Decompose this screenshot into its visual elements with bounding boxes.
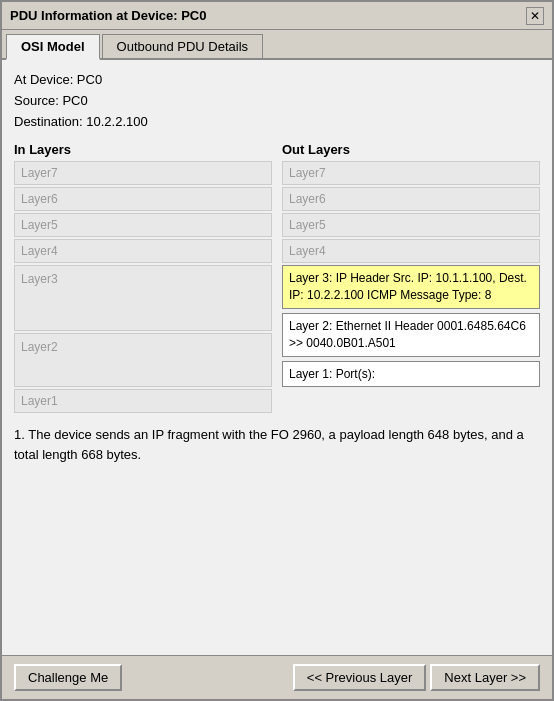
in-layer1: Layer1 (14, 389, 272, 413)
title-bar: PDU Information at Device: PC0 ✕ (2, 2, 552, 30)
close-button[interactable]: ✕ (526, 7, 544, 25)
out-layer4: Layer4 (282, 239, 540, 263)
in-layer4: Layer4 (14, 239, 272, 263)
source-label: Source: PC0 (14, 91, 540, 112)
navigation-buttons: << Previous Layer Next Layer >> (293, 664, 540, 691)
out-layer1[interactable]: Layer 1: Port(s): (282, 361, 540, 388)
next-layer-button[interactable]: Next Layer >> (430, 664, 540, 691)
out-layers-column: Out Layers Layer7 Layer6 Layer5 Layer4 L… (282, 142, 540, 413)
device-info: At Device: PC0 Source: PC0 Destination: … (14, 70, 540, 132)
previous-layer-button[interactable]: << Previous Layer (293, 664, 427, 691)
destination-label: Destination: 10.2.2.100 (14, 112, 540, 133)
in-layer7: Layer7 (14, 161, 272, 185)
tab-bar: OSI Model Outbound PDU Details (2, 30, 552, 60)
at-device-label: At Device: PC0 (14, 70, 540, 91)
main-content: At Device: PC0 Source: PC0 Destination: … (2, 60, 552, 655)
out-layers-header: Out Layers (282, 142, 540, 157)
main-window: PDU Information at Device: PC0 ✕ OSI Mod… (0, 0, 554, 701)
in-layer6: Layer6 (14, 187, 272, 211)
in-layer5: Layer5 (14, 213, 272, 237)
window-title: PDU Information at Device: PC0 (10, 8, 207, 23)
description-text: 1. The device sends an IP fragment with … (14, 425, 540, 464)
challenge-me-button[interactable]: Challenge Me (14, 664, 122, 691)
footer: Challenge Me << Previous Layer Next Laye… (2, 655, 552, 699)
in-layer3: Layer3 (14, 265, 272, 331)
in-layers-area: Layer7 Layer6 Layer5 Layer4 Layer3 Layer… (14, 161, 272, 413)
tab-osi-model[interactable]: OSI Model (6, 34, 100, 60)
out-layer5: Layer5 (282, 213, 540, 237)
out-layer7: Layer7 (282, 161, 540, 185)
out-layer3[interactable]: Layer 3: IP Header Src. IP: 10.1.1.100, … (282, 265, 540, 309)
tab-outbound-pdu[interactable]: Outbound PDU Details (102, 34, 264, 58)
in-layers-header: In Layers (14, 142, 272, 157)
out-layer2[interactable]: Layer 2: Ethernet II Header 0001.6485.64… (282, 313, 540, 357)
in-layer2: Layer2 (14, 333, 272, 387)
layers-section: In Layers Layer7 Layer6 Layer5 Layer4 La… (14, 142, 540, 413)
out-layers-area: Layer7 Layer6 Layer5 Layer4 Layer 3: IP … (282, 161, 540, 389)
out-layer6: Layer6 (282, 187, 540, 211)
in-layers-column: In Layers Layer7 Layer6 Layer5 Layer4 La… (14, 142, 272, 413)
